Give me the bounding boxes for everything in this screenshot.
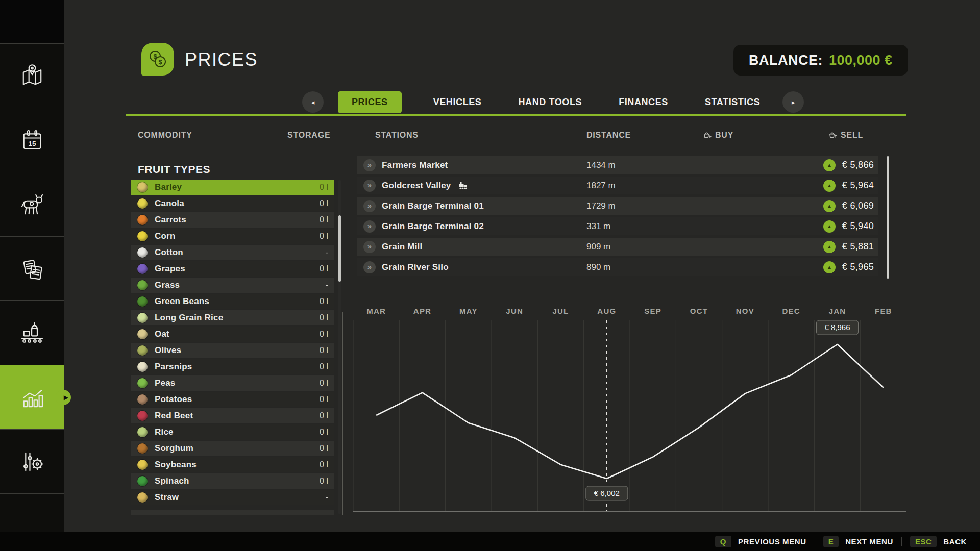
commodity-scrollbar-thumb[interactable] xyxy=(338,215,341,282)
month-label: MAR xyxy=(366,307,386,315)
commodity-storage-value: 0 l xyxy=(320,395,328,404)
svg-text:$: $ xyxy=(158,58,162,66)
station-row-grain-barge-terminal-02[interactable]: Grain Barge Terminal 02331 m€ 5,940 xyxy=(357,217,878,235)
commodity-name: Rice xyxy=(155,427,174,437)
tabs-prev-button[interactable] xyxy=(302,91,324,113)
commodity-name: Canola xyxy=(155,198,184,209)
sidebar-item-statistics[interactable]: ▶ xyxy=(0,365,64,430)
contracts-icon xyxy=(17,254,47,284)
price-up-icon xyxy=(823,220,836,233)
station-row-grain-barge-terminal-01[interactable]: Grain Barge Terminal 011729 m€ 6,069 xyxy=(357,197,878,215)
map-icon xyxy=(17,61,47,91)
commodity-row-peas[interactable]: Peas0 l xyxy=(131,375,334,391)
hint-label: NEXT MENU xyxy=(845,537,893,546)
station-sell-price: € 5,965 xyxy=(842,262,874,272)
station-row-farmers-market[interactable]: Farmers Market1434 m€ 5,866 xyxy=(357,156,878,174)
sidebar-item-contracts[interactable] xyxy=(0,237,64,301)
stations-scrollbar-thumb[interactable] xyxy=(887,156,889,279)
commodity-name: Soybeans xyxy=(155,460,197,470)
commodity-row-sorghum[interactable]: Sorghum0 l xyxy=(131,441,334,456)
keycap-q: Q xyxy=(715,536,731,547)
commodity-row-parsnips[interactable]: Parsnips0 l xyxy=(131,359,334,374)
active-notch-icon: ▶ xyxy=(64,394,68,401)
commodity-row-corn[interactable]: Corn0 l xyxy=(131,229,334,244)
animals-icon xyxy=(17,190,47,219)
tab-hand-tools[interactable]: HAND TOOLS xyxy=(513,91,587,113)
spinach-icon xyxy=(137,476,148,486)
tab-prices[interactable]: PRICES xyxy=(338,91,402,113)
hint-previous-menu: QPREVIOUS MENU xyxy=(715,536,806,547)
commodity-row-canola[interactable]: Canola0 l xyxy=(131,196,334,211)
commodity-row-soybeans[interactable]: Soybeans0 l xyxy=(131,457,334,472)
hint-separator xyxy=(901,537,902,546)
commodity-list: Barley0 lCanola0 lCarrots0 lCorn0 lCotto… xyxy=(131,180,334,515)
hint-next-menu: ENEXT MENU xyxy=(823,536,893,547)
commodity-row-cotton[interactable]: Cotton- xyxy=(131,245,334,260)
sidebar-item-production[interactable] xyxy=(0,301,64,365)
commodity-row-carrots[interactable]: Carrots0 l xyxy=(131,212,334,228)
commodity-row-oat[interactable]: Oat0 l xyxy=(131,327,334,342)
grapes-icon xyxy=(137,264,148,274)
stations-list: Farmers Market1434 m€ 5,866Goldcrest Val… xyxy=(357,156,878,279)
tabs-next-button[interactable] xyxy=(782,91,804,113)
tab-finances[interactable]: FINANCES xyxy=(614,91,673,113)
commodity-row-barley[interactable]: Barley0 l xyxy=(131,180,334,195)
commodity-storage-value: 0 l xyxy=(320,460,328,469)
header-separator xyxy=(126,146,906,146)
month-label: NOV xyxy=(736,307,754,315)
column-commodity: COMMODITY xyxy=(138,131,192,140)
column-sell[interactable]: SELL xyxy=(828,131,863,140)
station-sell-price: € 5,866 xyxy=(842,160,874,170)
sidebar-item-calendar[interactable]: 15 xyxy=(0,108,64,172)
commodity-row-grass[interactable]: Grass- xyxy=(131,278,334,293)
column-stations: STATIONS xyxy=(375,131,419,140)
commodity-row-spinach[interactable]: Spinach0 l xyxy=(131,473,334,489)
commodity-row-long-grain-rice[interactable]: Long Grain Rice0 l xyxy=(131,310,334,325)
commodity-row-green-beans[interactable]: Green Beans0 l xyxy=(131,294,334,309)
column-buy[interactable]: BUY xyxy=(703,131,733,140)
tab-vehicles[interactable]: VEHICLES xyxy=(428,91,487,113)
sidebar-item-map[interactable] xyxy=(0,44,64,108)
station-row-goldcrest-valley[interactable]: Goldcrest Valley 1827 m€ 5,964 xyxy=(357,177,878,194)
station-row-grain-mill[interactable]: Grain Mill909 m€ 5,881 xyxy=(357,238,878,256)
month-label: APR xyxy=(413,307,431,315)
commodity-name: Grapes xyxy=(155,264,185,274)
balance-value: 100,000 € xyxy=(829,53,893,68)
commodity-row-rice[interactable]: Rice0 l xyxy=(131,424,334,440)
station-row-grain-river-silo[interactable]: Grain River Silo890 m€ 5,965 xyxy=(357,258,878,276)
commodity-row-straw[interactable]: Straw- xyxy=(131,490,334,505)
footer-hint-bar: QPREVIOUS MENUENEXT MENUESCBACK xyxy=(0,532,980,551)
commodity-row-grapes[interactable]: Grapes0 l xyxy=(131,261,334,277)
soybeans-icon xyxy=(137,460,148,470)
commodity-name: Long Grain Rice xyxy=(155,313,223,323)
longgrainrice-icon xyxy=(137,313,148,323)
price-annotation-text: € 8,966 xyxy=(824,323,850,332)
commodity-name: Peas xyxy=(155,378,176,388)
tab-statistics[interactable]: STATISTICS xyxy=(700,91,765,113)
buy-icon xyxy=(703,131,712,140)
sidebar-item-animals[interactable] xyxy=(0,172,64,237)
train-icon xyxy=(458,182,469,190)
station-distance: 1729 m xyxy=(586,201,616,211)
settings-icon xyxy=(17,447,47,477)
commodity-row-potatoes[interactable]: Potatoes0 l xyxy=(131,392,334,407)
page-title: PRICES xyxy=(185,49,258,70)
balance-label: BALANCE: xyxy=(749,53,823,68)
commodity-storage-value: 0 l xyxy=(320,444,328,453)
commodity-row-red-beet[interactable]: Red Beet0 l xyxy=(131,408,334,423)
month-label: JUL xyxy=(553,307,569,315)
station-sell-price: € 6,069 xyxy=(842,201,874,211)
chart-left-scrollbar[interactable] xyxy=(342,312,343,515)
commodity-storage-value: - xyxy=(326,493,328,502)
month-label: AUG xyxy=(597,307,616,315)
station-name: Grain Barge Terminal 02 xyxy=(382,221,484,232)
commodity-name: Olives xyxy=(155,345,181,356)
column-buy-label: BUY xyxy=(715,131,733,140)
sidebar-item-settings[interactable] xyxy=(0,430,64,494)
barley-icon xyxy=(137,182,148,192)
month-label: SEP xyxy=(644,307,662,315)
oat-icon xyxy=(137,329,148,339)
commodity-row-olives[interactable]: Olives0 l xyxy=(131,343,334,358)
commodity-name: Grass xyxy=(155,280,180,290)
price-up-icon xyxy=(823,241,836,253)
